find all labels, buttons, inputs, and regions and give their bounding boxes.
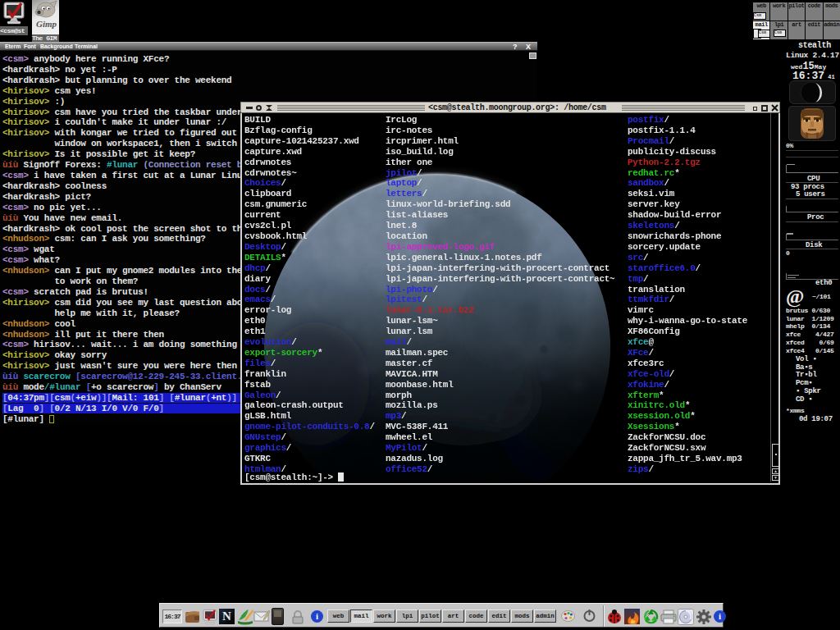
svg-text:Gimp: Gimp	[36, 19, 57, 29]
